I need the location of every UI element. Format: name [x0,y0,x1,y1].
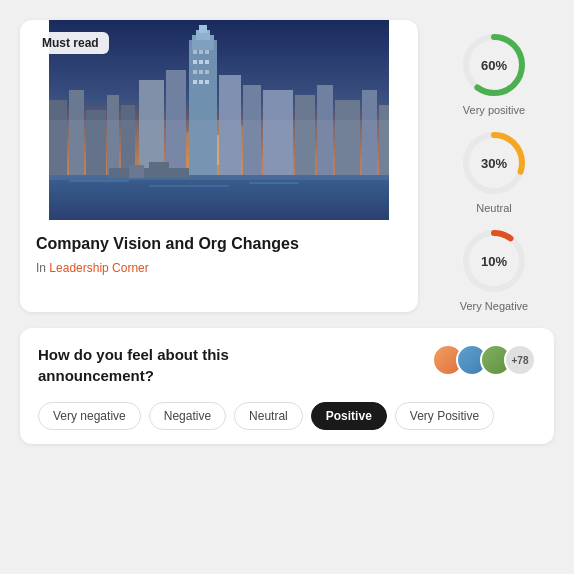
svg-rect-17 [199,50,203,54]
svg-rect-24 [205,70,209,74]
svg-rect-22 [193,70,197,74]
svg-rect-21 [205,60,209,64]
svg-rect-15 [199,25,207,33]
svg-rect-23 [199,70,203,74]
svg-rect-25 [193,80,197,84]
article-image-wrapper: Must read [20,20,418,220]
article-card: Must read Company Vision and Org Changes… [20,20,418,312]
reaction-btn-very-positive[interactable]: Very Positive [395,402,494,430]
svg-rect-4 [69,180,129,182]
gauges-column: 60% Very positive 30% Neutral 10 [434,20,554,312]
gauge-title-very-negative: Very Negative [460,300,528,312]
reaction-buttons: Very negative Negative Neutral Positive … [38,402,536,430]
gauge-circle-neutral: 30% [459,128,529,198]
reaction-question: How do you feel about this announcement? [38,344,312,386]
article-content: Company Vision and Org Changes In Leader… [20,220,418,291]
reaction-btn-neutral[interactable]: Neutral [234,402,303,430]
article-title: Company Vision and Org Changes [36,234,402,255]
gauge-very-negative: 10% Very Negative [459,226,529,312]
reaction-btn-very-negative[interactable]: Very negative [38,402,141,430]
svg-rect-20 [199,60,203,64]
gauge-percent-very-positive: 60% [481,58,507,73]
category-prefix: In [36,261,46,275]
gauge-circle-very-negative: 10% [459,226,529,296]
reaction-btn-negative[interactable]: Negative [149,402,226,430]
must-read-badge: Must read [32,32,109,54]
svg-rect-27 [205,80,209,84]
svg-rect-6 [249,182,299,184]
reaction-card: How do you feel about this announcement?… [20,328,554,444]
reaction-header: How do you feel about this announcement?… [38,344,536,386]
svg-rect-26 [199,80,203,84]
gauge-circle-very-positive: 60% [459,30,529,100]
avatar-count: +78 [504,344,536,376]
svg-rect-5 [149,185,229,187]
gauge-percent-neutral: 30% [481,156,507,171]
svg-rect-41 [49,120,389,180]
main-layout: Must read Company Vision and Org Changes… [20,20,554,312]
svg-rect-16 [193,50,197,54]
gauge-percent-very-negative: 10% [481,254,507,269]
category-link[interactable]: Leadership Corner [49,261,148,275]
gauge-title-neutral: Neutral [476,202,511,214]
article-category: In Leadership Corner [36,261,402,275]
gauge-neutral: 30% Neutral [459,128,529,214]
svg-rect-18 [205,50,209,54]
gauge-title-very-positive: Very positive [463,104,525,116]
svg-rect-19 [193,60,197,64]
reaction-btn-positive[interactable]: Positive [311,402,387,430]
avatar-group: +78 [432,344,536,376]
gauge-very-positive: 60% Very positive [459,30,529,116]
